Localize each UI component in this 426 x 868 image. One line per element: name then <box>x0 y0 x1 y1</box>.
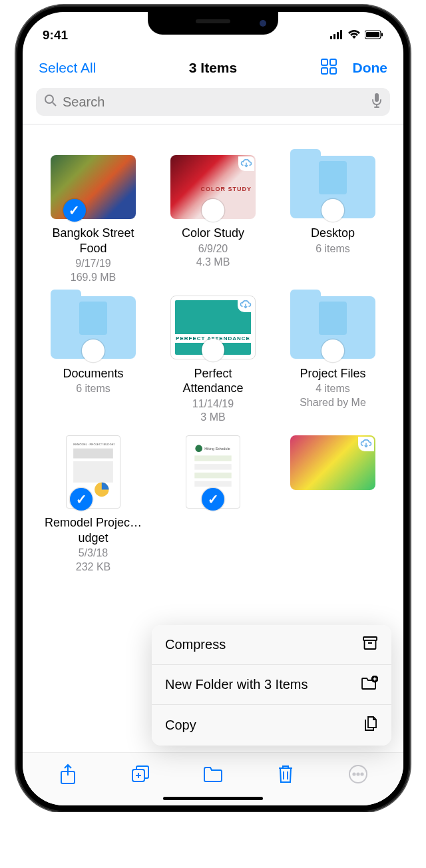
svg-point-35 <box>353 773 355 775</box>
file-thumbnail: PERFECT ATTENDANCE <box>170 296 256 359</box>
file-item[interactable]: Bangkok Street Food 9/17/19 169.9 MB <box>36 155 150 285</box>
selection-circle[interactable] <box>202 339 224 361</box>
file-name: Perfect Attendance <box>163 366 263 396</box>
file-thumbnail <box>290 435 375 490</box>
svg-rect-6 <box>381 33 383 37</box>
selection-check-icon[interactable] <box>202 488 224 511</box>
cellular-icon <box>330 28 343 43</box>
folder-count: 4 items <box>316 382 350 396</box>
search-bar[interactable] <box>36 88 390 116</box>
file-item[interactable]: Hiking Schedule <box>156 435 270 574</box>
selection-check-icon[interactable] <box>63 199 86 222</box>
page-title: 3 Items <box>189 60 237 76</box>
svg-point-37 <box>361 773 363 775</box>
delete-button[interactable] <box>274 762 298 786</box>
file-size: 4.3 MB <box>196 256 230 270</box>
phone-frame: 9:41 Select All 3 Items Done <box>16 5 410 812</box>
file-name: Remodel Projec…udget <box>43 515 143 545</box>
archive-icon <box>362 636 378 654</box>
svg-rect-5 <box>366 32 379 37</box>
mic-icon[interactable] <box>371 93 382 111</box>
menu-label: Copy <box>165 718 196 733</box>
file-item[interactable]: REMODEL · PROJECT BUDGET Remodel Projec…… <box>36 435 150 574</box>
file-item[interactable]: Color Study 6/9/20 4.3 MB <box>156 155 270 285</box>
file-size: 232 KB <box>76 560 110 574</box>
new-folder-icon <box>361 676 378 694</box>
svg-rect-0 <box>330 36 332 39</box>
svg-line-12 <box>53 103 56 106</box>
selection-circle[interactable] <box>321 199 344 222</box>
svg-rect-20 <box>194 456 231 462</box>
folder-thumbnail <box>51 296 136 359</box>
file-grid: Bangkok Street Food 9/17/19 169.9 MB Col… <box>23 124 403 574</box>
nav-bar: Select All 3 Items Done <box>23 47 403 85</box>
folder-item[interactable]: Documents 6 items <box>36 296 150 425</box>
wifi-icon <box>347 28 361 43</box>
svg-rect-13 <box>375 93 379 102</box>
svg-rect-7 <box>321 59 327 65</box>
selection-circle[interactable] <box>321 339 344 362</box>
file-name: Bangkok Street Food <box>43 226 143 256</box>
menu-label: New Folder with 3 Items <box>165 677 308 692</box>
selection-circle[interactable] <box>202 199 224 222</box>
file-date: 9/17/19 <box>75 257 110 271</box>
folder-name: Documents <box>63 366 123 381</box>
file-date: 5/3/18 <box>79 546 108 560</box>
svg-point-18 <box>195 445 202 453</box>
svg-rect-16 <box>73 461 113 483</box>
view-grid-icon[interactable] <box>320 57 338 79</box>
file-thumbnail: REMODEL · PROJECT BUDGET <box>66 435 120 509</box>
context-menu: Compress New Folder with 3 Items Copy <box>152 625 391 746</box>
svg-rect-10 <box>330 68 336 74</box>
svg-rect-21 <box>194 464 231 470</box>
screen: 9:41 Select All 3 Items Done <box>23 12 403 805</box>
svg-rect-15 <box>73 449 113 459</box>
menu-copy[interactable]: Copy <box>152 705 391 746</box>
svg-rect-1 <box>333 34 335 39</box>
svg-point-11 <box>45 95 53 103</box>
copy-icon <box>363 716 378 735</box>
folder-item[interactable]: Project Files 4 items Shared by Me <box>276 296 390 425</box>
folder-thumbnail <box>290 155 375 219</box>
svg-text:REMODEL · PROJECT BUDGET: REMODEL · PROJECT BUDGET <box>73 443 114 447</box>
more-button[interactable] <box>346 762 370 786</box>
select-all-button[interactable]: Select All <box>39 60 96 76</box>
selection-check-icon[interactable] <box>70 488 93 511</box>
folder-shared: Shared by Me <box>300 396 366 410</box>
svg-rect-25 <box>365 640 376 649</box>
file-item[interactable] <box>276 435 390 574</box>
done-button[interactable]: Done <box>353 60 388 76</box>
file-size: 169.9 MB <box>71 271 116 285</box>
cloud-download-icon <box>238 298 254 312</box>
file-size: 3 MB <box>200 411 225 425</box>
share-button[interactable] <box>56 762 80 786</box>
svg-rect-2 <box>337 32 339 39</box>
file-item[interactable]: PERFECT ATTENDANCE Perfect Attendance 11… <box>156 296 270 425</box>
status-time: 9:41 <box>43 28 68 43</box>
folder-item[interactable]: Desktop 6 items <box>276 155 390 285</box>
svg-rect-9 <box>321 68 327 74</box>
battery-icon <box>365 28 383 43</box>
file-date: 11/14/19 <box>192 397 234 411</box>
svg-rect-8 <box>330 59 336 65</box>
file-thumbnail: Hiking Schedule <box>186 435 240 509</box>
svg-rect-22 <box>194 473 231 479</box>
menu-new-folder[interactable]: New Folder with 3 Items <box>152 665 391 705</box>
search-icon <box>44 94 57 110</box>
move-button[interactable] <box>201 762 225 786</box>
folder-thumbnail <box>290 296 375 359</box>
selection-circle[interactable] <box>82 339 105 362</box>
file-thumbnail <box>51 155 136 219</box>
menu-compress[interactable]: Compress <box>152 625 391 665</box>
folder-name: Desktop <box>311 226 355 241</box>
folder-count: 6 items <box>316 242 350 256</box>
folder-count: 6 items <box>76 382 110 396</box>
svg-text:Hiking Schedule: Hiking Schedule <box>204 447 230 451</box>
home-indicator[interactable] <box>163 797 263 800</box>
duplicate-button[interactable] <box>128 762 152 786</box>
cloud-download-icon <box>238 156 254 171</box>
folder-name: Project Files <box>300 366 365 381</box>
file-date: 6/9/20 <box>198 242 228 256</box>
search-input[interactable] <box>63 95 231 110</box>
svg-point-36 <box>357 773 359 775</box>
